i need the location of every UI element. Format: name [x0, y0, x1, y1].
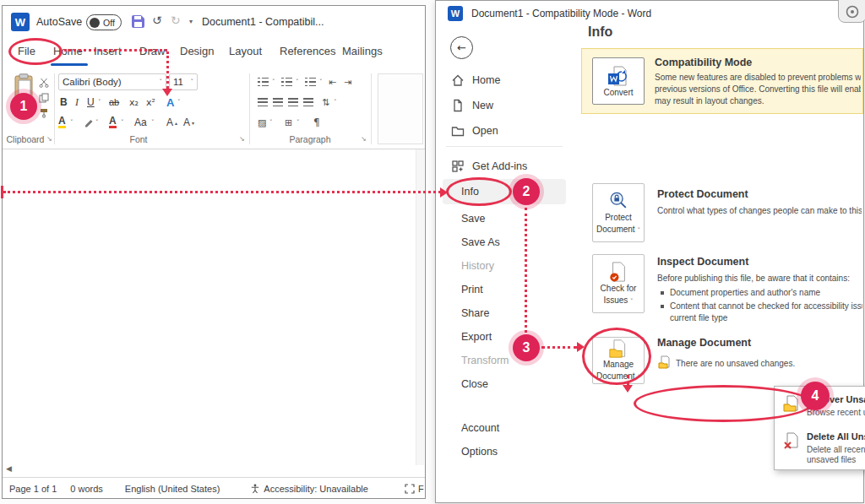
font-size-combo[interactable]: 11˅: [169, 73, 198, 90]
word-count[interactable]: 0 words: [70, 484, 103, 494]
shading-chevron-down-icon[interactable]: ˅: [269, 119, 273, 126]
sidebar-item-share[interactable]: Share: [436, 301, 571, 325]
increase-indent-icon[interactable]: ⇥: [344, 73, 351, 90]
justify-button[interactable]: [303, 94, 313, 111]
align-right-button[interactable]: [288, 94, 298, 111]
vertical-scrollbar[interactable]: [416, 149, 424, 465]
convert-button[interactable]: Convert: [592, 57, 645, 105]
tab-file[interactable]: File: [18, 45, 35, 57]
multilevel-chevron-down-icon[interactable]: ˅: [319, 79, 323, 85]
language-status[interactable]: English (United States): [125, 484, 220, 494]
tab-references[interactable]: References: [280, 45, 335, 57]
shrink-font-button[interactable]: A▾: [183, 114, 194, 131]
compatibility-mode-banner: Convert Compatibility Mode Some new feat…: [581, 48, 863, 114]
accessibility-status[interactable]: Accessibility: Unavailable: [250, 484, 368, 494]
superscript-button[interactable]: x²: [146, 94, 155, 111]
highlight-chevron-down-icon[interactable]: ˅: [70, 119, 73, 126]
sidebar-item-options[interactable]: Options: [436, 440, 571, 463]
titlebar: AutoSave Off ↺ ↻ ▾ Document1 - Compatibi…: [3, 6, 425, 38]
step-badge-2: 2: [513, 178, 540, 205]
underline-button[interactable]: U: [87, 94, 95, 111]
ink-pen-icon[interactable]: [84, 116, 94, 131]
pen-chevron-down-icon[interactable]: ˅: [95, 119, 99, 126]
change-case-button[interactable]: Aa: [134, 114, 147, 131]
italic-button[interactable]: I: [75, 94, 79, 111]
pilcrow-icon[interactable]: ¶: [313, 114, 320, 131]
sidebar-item-home[interactable]: Home: [436, 68, 571, 92]
font-color-button[interactable]: A: [109, 116, 117, 128]
autosave-toggle[interactable]: Off: [86, 14, 122, 30]
bullets-button[interactable]: [258, 73, 269, 90]
button-label-line2: Issues ˅: [603, 295, 633, 306]
line-spacing-chevron-down-icon[interactable]: ˅: [334, 99, 337, 106]
chevron-down-icon: ˅: [191, 79, 194, 85]
sidebar-item-info[interactable]: Info: [436, 180, 571, 203]
sidebar-item-get-addins[interactable]: Get Add-ins: [436, 154, 571, 178]
numbering-button[interactable]: [281, 73, 292, 90]
borders-icon[interactable]: ⊞: [285, 114, 292, 131]
font-name-combo[interactable]: Calibri (Body)˅: [58, 73, 166, 90]
align-center-button[interactable]: [273, 94, 283, 111]
sidebar-item-new[interactable]: New: [436, 94, 571, 117]
format-painter-icon[interactable]: [39, 106, 49, 122]
styles-gallery-partial[interactable]: [378, 73, 423, 144]
sidebar-item-save-as[interactable]: Save As: [436, 230, 571, 254]
connector-file-horizontal: [64, 49, 167, 51]
hscroll-left-arrow-icon[interactable]: ◀: [6, 464, 12, 473]
text-effects-chevron-down-icon[interactable]: ˅: [177, 99, 181, 106]
subscript-button[interactable]: x₂: [129, 94, 139, 111]
paragraph-dialog-launcher-icon[interactable]: ↘: [361, 135, 367, 143]
undo-icon[interactable]: ↺: [152, 14, 162, 27]
arrow-down-icon: [623, 385, 633, 393]
text-effects-button[interactable]: A: [166, 94, 174, 111]
font-dialog-launcher-icon[interactable]: ↘: [239, 135, 245, 143]
numbering-chevron-down-icon[interactable]: ˅: [296, 79, 299, 85]
protect-document-button[interactable]: Protect Document ˅: [592, 183, 645, 242]
clipboard-dialog-launcher-icon[interactable]: ↘: [46, 135, 52, 143]
focus-button-partial[interactable]: F: [405, 484, 424, 494]
compat-line1: Some new features are disabled to preven…: [655, 73, 861, 82]
sidebar-item-account[interactable]: Account: [436, 416, 571, 440]
align-left-button[interactable]: [258, 94, 268, 111]
clipboard-group-label: Clipboard: [3, 134, 48, 144]
page-count[interactable]: Page 1 of 1: [9, 484, 57, 494]
shading-icon[interactable]: ▨: [258, 114, 266, 131]
sidebar-item-save[interactable]: Save: [436, 207, 571, 230]
sidebar-item-print[interactable]: Print: [436, 278, 571, 301]
document-canvas[interactable]: [3, 149, 425, 465]
multilevel-list-button[interactable]: [305, 73, 316, 90]
tab-design[interactable]: Design: [180, 45, 214, 57]
arrow-right-icon: [577, 342, 585, 352]
check-for-issues-button[interactable]: Check for Issues ˅: [592, 254, 645, 313]
cut-icon[interactable]: [39, 76, 49, 91]
connector-to-info: [3, 191, 441, 193]
inspect-document-icon: [608, 262, 628, 282]
line-spacing-icon[interactable]: ⇅: [322, 94, 329, 111]
sidebar-item-export[interactable]: Export: [436, 325, 571, 349]
manage-document-button[interactable]: Manage Document ˅: [592, 337, 645, 384]
sidebar-item-close[interactable]: Close: [436, 372, 571, 396]
menu-item-delete-unsaved[interactable]: Delete All Unsaved Documents Delete all …: [775, 427, 865, 469]
highlight-color-button[interactable]: A: [58, 116, 66, 128]
change-case-chevron-down-icon[interactable]: ˅: [151, 119, 155, 126]
bullets-chevron-down-icon[interactable]: ˅: [272, 79, 275, 85]
tab-layout[interactable]: Layout: [229, 45, 262, 57]
qat-chevron-down-icon[interactable]: ▾: [189, 18, 193, 25]
borders-chevron-down-icon[interactable]: ˅: [296, 119, 300, 126]
font-color-chevron-down-icon[interactable]: ˅: [121, 119, 124, 126]
word-main-window: AutoSave Off ↺ ↻ ▾ Document1 - Compatibi…: [2, 5, 426, 499]
tab-mailings[interactable]: Mailings: [342, 45, 383, 57]
save-icon[interactable]: [131, 14, 145, 32]
grow-font-button[interactable]: A▴: [166, 114, 177, 131]
decrease-indent-icon[interactable]: ⇤: [329, 73, 336, 90]
back-button[interactable]: ←: [450, 36, 473, 59]
sidebar-item-open[interactable]: Open: [436, 119, 571, 143]
copy-icon[interactable]: [39, 91, 49, 106]
bold-button[interactable]: B: [60, 94, 68, 111]
group-divider: [371, 73, 372, 144]
strikethrough-button[interactable]: ab: [109, 94, 119, 111]
focus-icon: [405, 484, 415, 494]
underline-chevron-down-icon[interactable]: ˅: [98, 99, 101, 106]
ribbon: ˅ Clipboard ↘ Calibri (Body)˅ 11˅ B I U: [3, 68, 425, 149]
autosave-state: Off: [103, 18, 115, 28]
